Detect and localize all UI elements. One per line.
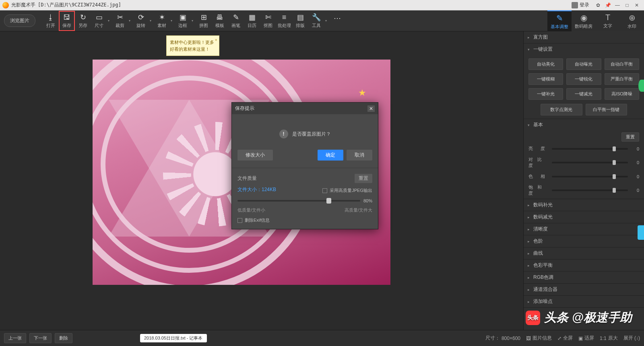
dropdown-arrow-icon[interactable]: ▾ [107,11,110,31]
toolbar-画笔-button[interactable]: ✎画笔 [228,11,244,31]
app-title: 光影魔术手 [11,2,35,8]
login-button[interactable]: 登录 [572,2,589,8]
slider-对比度[interactable]: 对 比 度0 [524,154,644,171]
section-one-click[interactable]: ▾一键设置 [524,43,644,55]
toolbar-icon: 🖶 [216,13,223,22]
toolbar-排版-button[interactable]: ▤排版 [292,11,308,31]
section-清晰度[interactable]: ▸清晰度 [524,223,644,235]
section-RGB色调[interactable]: ▸RGB色调 [524,272,644,283]
section-曲线[interactable]: ▸曲线 [524,247,644,259]
info-icon: 🖼 [526,336,531,341]
side-tab-icon[interactable] [638,225,644,240]
toolbar-拼图-button[interactable]: ⊞拼图 [196,11,212,31]
oneclick-一键减光-button[interactable]: 一键减光 [566,88,601,100]
dropdown-arrow-icon[interactable]: ▾ [324,11,328,31]
close-button[interactable]: ✕ [632,2,642,9]
right-tab-水印[interactable]: ⊕水印 [620,10,644,31]
next-image-button[interactable]: 下一张 [29,333,52,343]
section-色阶[interactable]: ▸色阶 [524,235,644,247]
toolbar-抠图-button[interactable]: ✄抠图 [260,11,276,31]
chevron-down-icon: ▾ [528,123,532,127]
side-badge-icon[interactable] [638,80,644,92]
quality-reset-button[interactable]: 重置 [355,174,372,183]
toolbar-icon: 🔧 [312,13,321,22]
toolbar-边框-button[interactable]: ▣边框 [175,11,191,31]
original-size-button[interactable]: 1:1原大 [600,335,618,342]
minimize-button[interactable]: — [613,2,622,9]
image-info-button[interactable]: 🖼图片信息 [526,335,552,342]
cancel-button[interactable]: 取消 [347,150,372,161]
tooltip-close-icon[interactable]: × [215,37,217,43]
expand-button[interactable]: 展开 (↓) [623,335,640,342]
toolbar-裁剪-button[interactable]: ✂裁剪 [112,11,128,31]
warning-icon: ! [279,130,288,138]
right-tab-文字[interactable]: T文字 [596,10,620,31]
oneclick-白平衡一指键-button[interactable]: 白平衡一指键 [586,104,627,115]
taskbar-item[interactable]: 2018.03.05日日报.txt - 记事本 [140,334,207,342]
right-tab-基本调整[interactable]: ✎基本调整 [547,10,572,31]
dropdown-arrow-icon[interactable]: ▾ [191,11,194,31]
toolbar-另存-button[interactable]: ↻另存 [75,11,91,31]
oneclick-一键补光-button[interactable]: 一键补光 [528,88,563,100]
section-basic[interactable]: ▾基本 [524,119,644,131]
chevron-right-icon: ▸ [528,276,532,280]
dialog-close-button[interactable]: ✕ [367,105,375,112]
delete-button[interactable]: 删除 [55,333,72,343]
oneclick-自动白平衡-button[interactable]: 自动白平衡 [605,58,639,70]
slider-色相[interactable]: 色 相0 [524,171,644,182]
toolbar-模板-button[interactable]: 🖶模板 [212,11,228,31]
dropdown-arrow-icon[interactable]: ▾ [128,11,131,31]
oneclick-数字点测光-button[interactable]: 数字点测光 [541,104,582,115]
oneclick-自动美化-button[interactable]: 自动美化 [528,58,563,70]
image-dimensions: 尺寸：800×600 [485,335,520,342]
chevron-right-icon: ▸ [528,264,532,268]
oneclick-自动曝光-button[interactable]: 自动曝光 [566,58,601,70]
dropdown-arrow-icon[interactable]: ▾ [149,11,152,31]
tab-icon: ⊕ [629,13,636,23]
oneclick-严重白平衡-button[interactable]: 严重白平衡 [605,73,639,85]
save-prompt-dialog: 保存提示 ✕ ! 是否覆盖原图片？ 修改大小 确定 取消 文件质量 重置 文件大… [231,102,378,229]
toolbar-工具-button[interactable]: 🔧工具 [308,11,324,31]
browse-images-button[interactable]: 浏览图片 [4,14,35,27]
ok-button[interactable]: 确定 [318,150,343,161]
toolbar-批处理-button[interactable]: ≡批处理 [276,11,292,31]
right-tab-数码暗房[interactable]: ◉数码暗房 [572,10,596,31]
basic-reset-button[interactable]: 重置 [621,132,639,142]
settings-icon[interactable]: ✿ [593,2,603,9]
toolbar-icon: ▭ [96,13,103,22]
more-button[interactable]: ⋯ [329,11,345,31]
fullscreen-button[interactable]: ⤢全屏 [557,335,573,342]
oneclick-高ISO降噪-button[interactable]: 高ISO降噪 [605,88,639,100]
slider-饱和度[interactable]: 饱 和 度0 [524,182,644,199]
fit-icon: ▣ [578,336,583,341]
section-通道混合器[interactable]: ▸通道混合器 [524,284,644,295]
slider-亮度[interactable]: 亮 度0 [524,143,644,154]
toolbar-icon: ⊞ [201,13,207,22]
pin-icon[interactable]: 📌 [603,2,613,9]
toolbar-打开-button[interactable]: ⭳打开 [43,11,59,31]
toolbar-日历-button[interactable]: ▦日历 [244,11,260,31]
toolbar-保存-button[interactable]: 🖫保存 [59,11,75,31]
toolbar-尺寸-button[interactable]: ▭尺寸 [91,11,107,31]
resize-button[interactable]: 修改大小 [237,150,273,161]
tab-icon: ◉ [580,13,587,23]
toolbar-素材-button[interactable]: ✶素材 [154,11,170,31]
toolbar-icon: 🖫 [63,13,70,22]
dropdown-arrow-icon[interactable]: ▾ [170,11,173,31]
delete-exif-checkbox[interactable]: 删除Exif信息 [237,217,372,223]
fit-screen-button[interactable]: ▣适屏 [578,335,594,342]
section-色彩平衡[interactable]: ▸色彩平衡 [524,260,644,271]
original-icon: 1:1 [600,336,607,341]
chevron-right-icon: ▸ [528,300,532,304]
quality-slider[interactable]: 80% [237,198,372,204]
oneclick-一键模糊-button[interactable]: 一键模糊 [528,73,563,85]
toolbar-旋转-button[interactable]: ⟳旋转 [133,11,149,31]
section-数码补光[interactable]: ▸数码补光 [524,199,644,211]
maximize-button[interactable]: □ [622,2,632,9]
oneclick-一键锐化-button[interactable]: 一键锐化 [566,73,601,85]
toolbar-icon: ⭳ [47,13,54,22]
section-histogram[interactable]: ▸直方图 [524,31,644,43]
section-数码减光[interactable]: ▸数码减光 [524,211,644,223]
section-添加噪点[interactable]: ▸添加噪点 [524,296,644,307]
prev-image-button[interactable]: 上一张 [4,333,26,343]
